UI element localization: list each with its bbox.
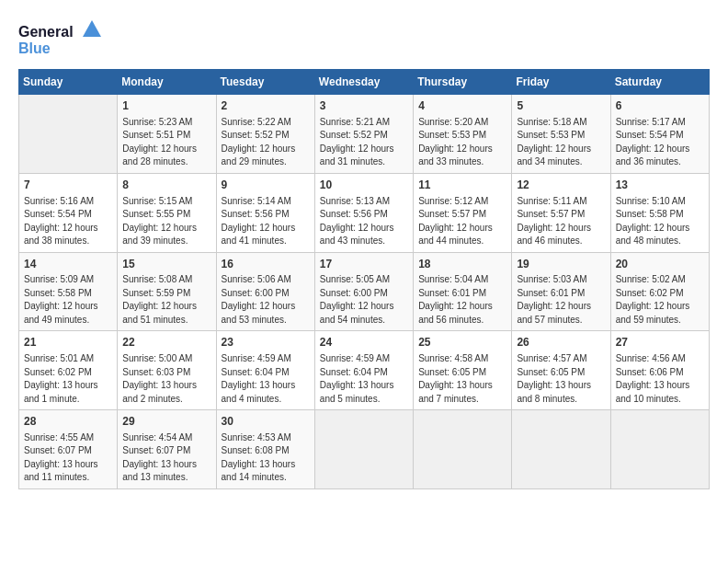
logo: General Blue (18, 18, 101, 60)
calendar-cell: 7Sunrise: 5:16 AM Sunset: 5:54 PM Daylig… (19, 173, 118, 252)
day-number: 14 (24, 257, 112, 272)
calendar-cell (414, 410, 512, 489)
calendar-cell: 14Sunrise: 5:09 AM Sunset: 5:58 PM Dayli… (19, 252, 118, 331)
cell-info: Sunrise: 5:03 AM Sunset: 6:01 PM Dayligh… (517, 273, 605, 327)
calendar-cell: 29Sunrise: 4:54 AM Sunset: 6:07 PM Dayli… (118, 410, 216, 489)
day-header-wednesday: Wednesday (314, 70, 413, 95)
cell-info: Sunrise: 5:13 AM Sunset: 5:56 PM Dayligh… (320, 195, 408, 248)
day-number: 30 (222, 414, 310, 430)
day-number: 23 (222, 335, 310, 350)
svg-marker-2 (83, 20, 101, 37)
calendar-cell (512, 410, 610, 489)
day-number: 10 (320, 178, 408, 193)
day-number: 28 (24, 414, 112, 430)
calendar-cell: 23Sunrise: 4:59 AM Sunset: 6:04 PM Dayli… (216, 331, 314, 410)
calendar-cell: 18Sunrise: 5:04 AM Sunset: 6:01 PM Dayli… (414, 252, 512, 331)
calendar-cell: 13Sunrise: 5:10 AM Sunset: 5:58 PM Dayli… (610, 173, 709, 252)
cell-info: Sunrise: 5:06 AM Sunset: 6:00 PM Dayligh… (222, 273, 310, 327)
calendar-cell: 25Sunrise: 4:58 AM Sunset: 6:05 PM Dayli… (414, 331, 512, 410)
cell-info: Sunrise: 5:23 AM Sunset: 5:51 PM Dayligh… (122, 116, 210, 169)
cell-info: Sunrise: 5:18 AM Sunset: 5:53 PM Dayligh… (517, 116, 605, 169)
calendar-cell (314, 410, 413, 489)
week-row-3: 14Sunrise: 5:09 AM Sunset: 5:58 PM Dayli… (19, 252, 710, 331)
calendar-cell: 21Sunrise: 5:01 AM Sunset: 6:02 PM Dayli… (19, 331, 118, 410)
day-number: 25 (418, 335, 506, 350)
day-number: 15 (122, 257, 210, 272)
day-header-thursday: Thursday (414, 70, 512, 95)
day-header-sunday: Sunday (19, 70, 118, 95)
day-number: 24 (320, 335, 408, 350)
cell-info: Sunrise: 5:14 AM Sunset: 5:56 PM Dayligh… (222, 195, 310, 248)
cell-info: Sunrise: 5:11 AM Sunset: 5:57 PM Dayligh… (517, 195, 605, 248)
day-number: 21 (24, 335, 112, 350)
day-number: 9 (222, 178, 310, 193)
week-row-5: 28Sunrise: 4:55 AM Sunset: 6:07 PM Dayli… (19, 410, 710, 489)
calendar-cell: 27Sunrise: 4:56 AM Sunset: 6:06 PM Dayli… (610, 331, 709, 410)
cell-info: Sunrise: 5:16 AM Sunset: 5:54 PM Dayligh… (24, 195, 112, 248)
week-row-1: 1Sunrise: 5:23 AM Sunset: 5:51 PM Daylig… (19, 95, 710, 174)
calendar-cell: 8Sunrise: 5:15 AM Sunset: 5:55 PM Daylig… (118, 173, 216, 252)
calendar-cell: 24Sunrise: 4:59 AM Sunset: 6:04 PM Dayli… (314, 331, 413, 410)
calendar-cell: 19Sunrise: 5:03 AM Sunset: 6:01 PM Dayli… (512, 252, 610, 331)
cell-info: Sunrise: 4:59 AM Sunset: 6:04 PM Dayligh… (222, 352, 310, 406)
calendar-cell: 15Sunrise: 5:08 AM Sunset: 5:59 PM Dayli… (118, 252, 216, 331)
cell-info: Sunrise: 5:00 AM Sunset: 6:03 PM Dayligh… (122, 352, 210, 406)
cell-info: Sunrise: 5:05 AM Sunset: 6:00 PM Dayligh… (320, 273, 408, 327)
page-header: General Blue (18, 18, 710, 60)
cell-info: Sunrise: 5:09 AM Sunset: 5:58 PM Dayligh… (24, 273, 112, 327)
day-number: 4 (418, 98, 506, 114)
day-number: 8 (122, 178, 210, 193)
cell-info: Sunrise: 5:22 AM Sunset: 5:52 PM Dayligh… (222, 116, 310, 169)
calendar-cell: 1Sunrise: 5:23 AM Sunset: 5:51 PM Daylig… (118, 95, 216, 174)
calendar-cell: 5Sunrise: 5:18 AM Sunset: 5:53 PM Daylig… (512, 95, 610, 174)
cell-info: Sunrise: 5:20 AM Sunset: 5:53 PM Dayligh… (418, 116, 506, 169)
day-number: 19 (517, 257, 605, 272)
calendar-cell: 28Sunrise: 4:55 AM Sunset: 6:07 PM Dayli… (19, 410, 118, 489)
calendar-cell (610, 410, 709, 489)
calendar-cell: 20Sunrise: 5:02 AM Sunset: 6:02 PM Dayli… (610, 252, 709, 331)
calendar-cell: 22Sunrise: 5:00 AM Sunset: 6:03 PM Dayli… (118, 331, 216, 410)
cell-info: Sunrise: 5:02 AM Sunset: 6:02 PM Dayligh… (616, 273, 704, 327)
day-number: 17 (320, 257, 408, 272)
day-number: 13 (616, 178, 704, 193)
week-row-2: 7Sunrise: 5:16 AM Sunset: 5:54 PM Daylig… (19, 173, 710, 252)
day-number: 20 (616, 257, 704, 272)
day-number: 6 (616, 98, 704, 114)
day-number: 5 (517, 98, 605, 114)
calendar-cell: 30Sunrise: 4:53 AM Sunset: 6:08 PM Dayli… (216, 410, 314, 489)
cell-info: Sunrise: 4:54 AM Sunset: 6:07 PM Dayligh… (122, 431, 210, 485)
day-header-friday: Friday (512, 70, 610, 95)
calendar-cell: 16Sunrise: 5:06 AM Sunset: 6:00 PM Dayli… (216, 252, 314, 331)
calendar-table: SundayMondayTuesdayWednesdayThursdayFrid… (18, 69, 710, 489)
cell-info: Sunrise: 4:53 AM Sunset: 6:08 PM Dayligh… (222, 431, 310, 485)
calendar-cell: 26Sunrise: 4:57 AM Sunset: 6:05 PM Dayli… (512, 331, 610, 410)
svg-text:General: General (18, 24, 74, 40)
day-number: 7 (24, 178, 112, 193)
day-number: 2 (222, 98, 310, 114)
day-number: 12 (517, 178, 605, 193)
calendar-cell (19, 95, 118, 174)
calendar-cell: 3Sunrise: 5:21 AM Sunset: 5:52 PM Daylig… (314, 95, 413, 174)
cell-info: Sunrise: 5:17 AM Sunset: 5:54 PM Dayligh… (616, 116, 704, 169)
day-number: 1 (122, 98, 210, 114)
cell-info: Sunrise: 4:57 AM Sunset: 6:05 PM Dayligh… (517, 352, 605, 406)
day-number: 18 (418, 257, 506, 272)
logo-svg: General Blue (18, 18, 101, 60)
day-header-saturday: Saturday (610, 70, 709, 95)
day-number: 11 (418, 178, 506, 193)
day-header-tuesday: Tuesday (216, 70, 314, 95)
days-header-row: SundayMondayTuesdayWednesdayThursdayFrid… (19, 70, 710, 95)
calendar-cell: 9Sunrise: 5:14 AM Sunset: 5:56 PM Daylig… (216, 173, 314, 252)
cell-info: Sunrise: 4:55 AM Sunset: 6:07 PM Dayligh… (24, 431, 112, 485)
week-row-4: 21Sunrise: 5:01 AM Sunset: 6:02 PM Dayli… (19, 331, 710, 410)
calendar-cell: 4Sunrise: 5:20 AM Sunset: 5:53 PM Daylig… (414, 95, 512, 174)
day-number: 27 (616, 335, 704, 350)
calendar-cell: 2Sunrise: 5:22 AM Sunset: 5:52 PM Daylig… (216, 95, 314, 174)
cell-info: Sunrise: 5:12 AM Sunset: 5:57 PM Dayligh… (418, 195, 506, 248)
cell-info: Sunrise: 5:01 AM Sunset: 6:02 PM Dayligh… (24, 352, 112, 406)
day-number: 29 (122, 414, 210, 430)
day-number: 16 (222, 257, 310, 272)
calendar-cell: 6Sunrise: 5:17 AM Sunset: 5:54 PM Daylig… (610, 95, 709, 174)
day-number: 22 (122, 335, 210, 350)
cell-info: Sunrise: 5:04 AM Sunset: 6:01 PM Dayligh… (418, 273, 506, 327)
